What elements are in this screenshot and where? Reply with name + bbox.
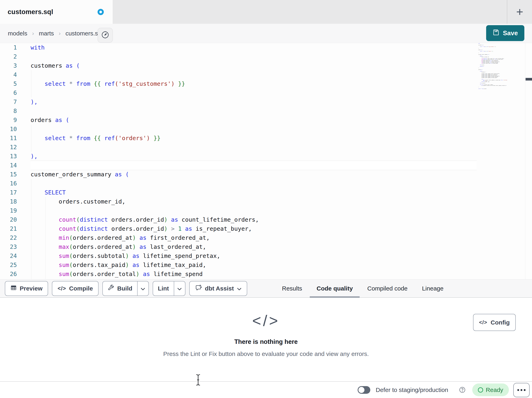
line-number: 13 [0,152,17,161]
line-number: 5 [0,79,17,88]
code-line[interactable]: 9orders as ( [0,116,477,125]
file-tab-title: customers.sql [8,8,53,16]
code-line[interactable]: 20 count(distinct orders.order_id) as co… [0,215,477,224]
breadcrumb-models[interactable]: models [8,30,27,37]
code-line[interactable]: 16 [0,179,477,188]
minimap-content: with customers as ( select * from {{ ref… [478,43,488,89]
config-button[interactable]: </> Config [473,314,516,331]
code-icon: </> [479,319,487,326]
ready-status-icon [478,387,483,392]
code-line[interactable]: 4 [0,70,477,79]
empty-state-description: Press the Lint or Fix button above to ev… [0,351,532,357]
breadcrumb-customers-sql[interactable]: customers.sql [65,30,103,37]
line-number: 17 [0,188,17,197]
chevron-down-icon [141,285,145,292]
code-line[interactable]: 14 [0,161,477,170]
line-number: 12 [0,143,17,152]
build-dropdown-button[interactable] [138,281,148,295]
breadcrumb-marts[interactable]: marts [39,30,54,37]
wrench-icon [108,284,114,293]
line-number: 7 [0,98,17,106]
minimap[interactable]: with customers as ( select * from {{ ref… [478,43,509,107]
code-line[interactable]: 26 sum(orders.order_total) as lifetime_s… [0,270,477,279]
toggle-knob [358,387,364,393]
lint-button-main[interactable]: Lint [153,281,174,295]
line-number: 2 [0,52,17,61]
chevron-down-icon [237,285,241,292]
line-number: 20 [0,215,17,224]
code-line[interactable]: 19 [0,206,477,215]
tab-bar: customers.sql + [0,0,532,24]
code-line[interactable]: 1with [0,43,477,52]
line-number: 1 [0,43,17,52]
compile-button[interactable]: </> Compile [52,281,98,296]
defer-toggle[interactable] [358,386,370,394]
tabbar-divider [507,0,507,24]
dbt-assist-button[interactable]: dbt Assist [189,281,247,296]
build-button-label: Build [117,285,132,292]
tab-lineage[interactable]: Lineage [415,280,450,298]
line-number: 8 [0,106,17,116]
line-number: 25 [0,261,17,270]
preview-button-label: Preview [20,285,42,292]
chevron-down-icon [177,285,182,292]
build-button-main[interactable]: Build [103,281,137,295]
code-line[interactable]: 2 [0,52,477,61]
file-navigate-button[interactable] [98,28,113,43]
line-number: 23 [0,242,17,251]
compile-button-label: Compile [69,285,93,292]
code-line[interactable]: 25 sum(orders.tax_paid) as lifetime_tax_… [0,261,477,270]
code-quality-panel: </> There is nothing here Press the Lint… [0,298,532,381]
code-line[interactable]: 5 select * from {{ ref('stg_customers') … [0,79,477,88]
code-line[interactable]: 24 sum(orders.subtotal) as lifetime_spen… [0,251,477,261]
code-line[interactable]: 3customers as ( [0,61,477,70]
file-tab-customers-sql[interactable]: customers.sql [0,0,113,24]
editor-toolbar: Preview </> Compile Build [0,279,532,298]
code-line[interactable]: 23 max(orders.ordered_at) as last_ordere… [0,242,477,251]
code-line[interactable]: 17 SELECT [0,188,477,197]
floppy-disk-icon [493,29,500,38]
line-number: 21 [0,224,17,233]
line-number: 3 [0,61,17,70]
code-line[interactable]: 6 [0,88,477,98]
code-editor[interactable]: 1with23customers as (45 select * from {{… [0,43,532,279]
unsaved-changes-dot-icon [98,9,104,15]
chevron-right-icon: › [32,30,34,37]
code-line[interactable]: 7), [0,98,477,106]
code-line[interactable]: 13), [0,152,477,161]
table-icon [10,285,17,292]
status-badge: Ready [472,384,509,396]
lint-dropdown-button[interactable] [174,281,185,295]
code-line[interactable]: 18 orders.customer_id, [0,197,477,206]
code-line[interactable]: 10 [0,125,477,134]
lint-button-label: Lint [158,285,169,292]
line-number: 22 [0,233,17,242]
toolbar-buttons: Preview </> Compile Build [5,281,247,296]
tab-results[interactable]: Results [275,280,309,298]
config-button-label: Config [491,319,510,326]
code-line[interactable]: 21 count(distinct orders.order_id) > 1 a… [0,224,477,233]
line-number: 18 [0,197,17,206]
save-button[interactable]: Save [486,25,524,41]
code-line[interactable]: 22 min(orders.ordered_at) as first_order… [0,233,477,242]
new-tab-button[interactable]: + [510,0,530,24]
assist-chat-sparkle-icon [195,284,202,293]
empty-state-title: There is nothing here [0,338,532,346]
code-line[interactable]: 11 select * from {{ ref('orders') }} [0,134,477,143]
dbt-ide-window: customers.sql + models › marts › custome… [0,0,532,398]
overflow-menu-button[interactable] [513,383,530,397]
code-line[interactable]: 12 [0,143,477,152]
compass-icon [101,30,110,40]
line-number: 24 [0,251,17,261]
code-line[interactable]: 15customer_orders_summary as ( [0,170,477,179]
preview-button[interactable]: Preview [5,281,48,296]
code-line[interactable]: 8 [0,106,477,116]
code-icon: </> [57,286,66,292]
line-number: 9 [0,116,17,125]
scrollbar-cursor-marker[interactable] [526,78,532,80]
ibeam-cursor [196,374,201,386]
help-icon[interactable] [459,386,466,394]
tab-compiled-code[interactable]: Compiled code [361,280,414,298]
breadcrumb: models › marts › customers.sql [8,24,103,43]
tab-code-quality[interactable]: Code quality [310,280,360,298]
